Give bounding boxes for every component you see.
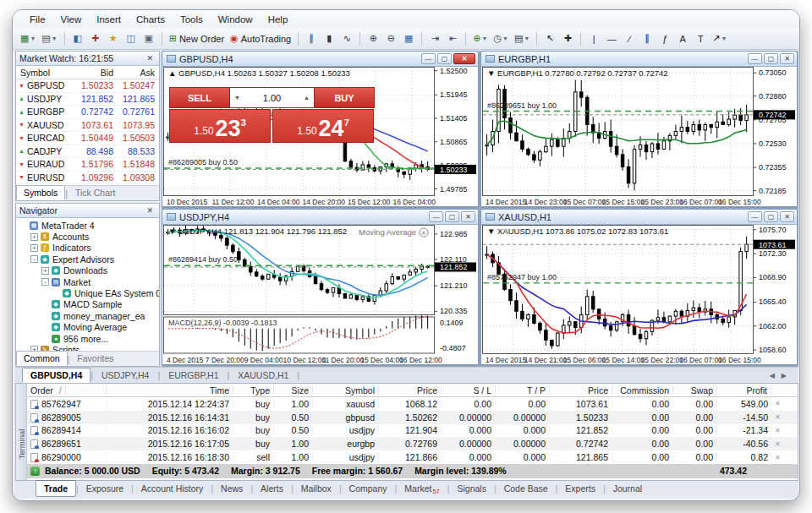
navigator-item-macd-sample[interactable]: ◆MACD Sample [18, 299, 159, 310]
market-watch-row[interactable]: ▲USDJPY121.852121.865 [16, 93, 159, 106]
tab-news[interactable]: News [213, 481, 250, 496]
buy-button[interactable]: BUY [314, 87, 375, 108]
new-chart-button[interactable]: ▦▼ [18, 30, 38, 47]
market-watch-row[interactable]: ▼XAUUSD1073.611073.95 [16, 119, 159, 133]
navigator-item-956-more-[interactable]: ●956 more... [18, 333, 159, 344]
navigator-item-market[interactable]: -▤Market [18, 276, 159, 287]
restore-icon[interactable]: ▢ [445, 211, 459, 222]
col-swap[interactable]: Swap [673, 385, 717, 396]
col-symbol[interactable]: Symbol [313, 385, 379, 396]
channel-button[interactable]: ∥ [639, 30, 656, 47]
minimize-icon[interactable]: — [748, 211, 762, 222]
close-position-icon[interactable]: ✕ [771, 400, 784, 407]
navigator-toggle[interactable]: ★ [105, 30, 122, 47]
col-ask[interactable]: Ask [117, 68, 158, 78]
col-bid[interactable]: Bid [75, 68, 117, 78]
volume-value[interactable]: 1.00 [244, 93, 299, 103]
auto-scroll-button[interactable]: ⇥ [426, 30, 443, 47]
close-icon[interactable]: ✕ [144, 54, 156, 63]
zoom-in-button[interactable]: ⊕ [365, 30, 381, 47]
trade-row[interactable]: 862896512015.12.16 16:17:05buy1.00eurgbp… [27, 437, 798, 450]
menu-view[interactable]: View [54, 12, 89, 27]
col-tp[interactable]: T / P [496, 385, 550, 396]
menu-file[interactable]: File [23, 12, 52, 27]
tab-favorites[interactable]: Favorites [69, 351, 121, 366]
col-price[interactable]: Price [379, 385, 442, 396]
market-watch-row[interactable]: ▲EURGBP0.727420.72761 [16, 106, 159, 119]
market-watch-toggle[interactable]: ◧ [69, 30, 86, 47]
chart-tab-gbpusd-h4[interactable]: GBPUSD,H4 [22, 368, 91, 383]
tab-common[interactable]: Common [16, 351, 68, 366]
chart-titlebar[interactable]: XAUUSD,H1—▢✕ [481, 210, 797, 225]
col-profit[interactable]: Profit [717, 385, 771, 396]
navigator-item-moving-average[interactable]: ◆Moving Average [18, 322, 159, 333]
sell-price[interactable]: 1.50233 [169, 109, 271, 143]
tab-exposure[interactable]: Exposure [79, 481, 131, 496]
templates-button[interactable]: ▤▼ [512, 30, 532, 47]
tab-experts[interactable]: Experts [557, 481, 603, 496]
candlestick-button[interactable]: ▮ [321, 30, 337, 47]
close-icon[interactable]: ✕ [461, 211, 475, 222]
cursor-button[interactable]: ↖ [541, 30, 558, 47]
close-position-icon[interactable]: ✕ [771, 454, 784, 461]
expand-icon[interactable]: + [41, 267, 49, 275]
navigator-item-accounts[interactable]: +$Accounts [18, 231, 159, 242]
menu-help[interactable]: Help [261, 12, 295, 27]
scroll-left-icon[interactable]: ◀ [770, 372, 775, 379]
tab-signals[interactable]: Signals [449, 481, 493, 496]
col-symbol[interactable]: Symbol [16, 68, 75, 78]
close-icon[interactable]: ✕ [453, 53, 475, 64]
tab-alerts[interactable]: Alerts [253, 481, 291, 496]
minimize-icon[interactable]: — [748, 53, 762, 64]
volume-stepper[interactable]: ▼1.00▲ [230, 87, 314, 108]
close-icon[interactable]: ✕ [144, 206, 156, 215]
profiles-button[interactable]: ▤▼ [39, 30, 59, 47]
menu-window[interactable]: Window [211, 12, 260, 27]
tab-journal[interactable]: Journal [606, 481, 650, 496]
tab-mailbox[interactable]: Mailbox [294, 481, 339, 496]
navigator-item-expert-advisors[interactable]: -◆Expert Advisors [18, 254, 159, 265]
zoom-out-button[interactable]: ⊖ [382, 30, 399, 47]
col-sl[interactable]: S / L [442, 385, 496, 396]
bar-chart-button[interactable]: ∥ [303, 30, 320, 47]
navigator-item-money-manager-ea[interactable]: ◆money_manager_ea [18, 310, 159, 321]
market-watch-row[interactable]: ▲CADJPY88.49888.533 [16, 145, 159, 159]
minimize-icon[interactable]: — [421, 53, 436, 64]
terminal-toggle[interactable]: ◫ [123, 30, 140, 47]
collapse-icon[interactable]: - [30, 255, 38, 263]
chart-titlebar[interactable]: EURGBP,H1—▢✕ [481, 52, 797, 67]
trade-row[interactable]: 857629472015.12.14 12:24:37buy1.00xauusd… [27, 397, 798, 411]
chart-plot-gbpusd[interactable]: 1.525001.519451.514051.508651.503251.497… [163, 67, 477, 206]
tab-trade[interactable]: Trade [36, 480, 76, 497]
chart-tab-eurgbp-h1[interactable]: EURGBP,H1 [160, 368, 227, 383]
decrease-icon[interactable]: ▼ [230, 95, 244, 101]
restore-icon[interactable]: ▢ [764, 211, 778, 222]
terminal-side-strip[interactable]: Terminal [16, 384, 27, 480]
close-position-icon[interactable]: ✕ [771, 413, 784, 421]
close-position-icon[interactable]: ✕ [771, 440, 784, 448]
trade-row[interactable]: 862890052015.12.16 16:14:31buy0.50gbpusd… [27, 411, 798, 424]
restore-icon[interactable]: ▢ [437, 53, 452, 64]
text-button[interactable]: A [674, 30, 691, 47]
close-icon[interactable]: ✕ [780, 211, 794, 222]
market-watch-row[interactable]: ▼EURCAD1.504491.50503 [16, 132, 159, 145]
col-time[interactable]: Time [107, 385, 233, 396]
increase-icon[interactable]: ▲ [299, 95, 314, 101]
line-chart-button[interactable]: ∿ [338, 30, 355, 47]
horizontal-line-button[interactable]: — [603, 30, 620, 47]
market-watch-row[interactable]: ▼EURUSD1.092961.09308 [16, 172, 159, 185]
strategy-tester-toggle[interactable]: ▣ [140, 30, 157, 47]
close-icon[interactable]: ✕ [780, 53, 794, 64]
autotrading-button[interactable]: ◉AutoTrading [228, 30, 294, 47]
vertical-line-button[interactable]: | [585, 30, 602, 47]
chart-plot-eurgbp[interactable]: 0.730500.728800.727050.725300.723550.721… [482, 67, 796, 206]
trade-row[interactable]: 862894142015.12.16 16:16:02buy0.50usdjpy… [27, 424, 798, 438]
collapse-icon[interactable]: - [41, 278, 49, 286]
close-position-icon[interactable]: ✕ [771, 427, 784, 434]
navigator-item-unique-eas-system-05[interactable]: ◆Unique EAs System 05 [18, 287, 159, 298]
indicators-button[interactable]: ⊕▼ [470, 30, 490, 47]
tab-account-history[interactable]: Account History [134, 481, 211, 496]
chart-shift-button[interactable]: ⇤ [444, 30, 461, 47]
navigator-item-metatrader-4[interactable]: ▦MetaTrader 4 [18, 220, 159, 231]
minimize-icon[interactable]: — [429, 211, 443, 222]
